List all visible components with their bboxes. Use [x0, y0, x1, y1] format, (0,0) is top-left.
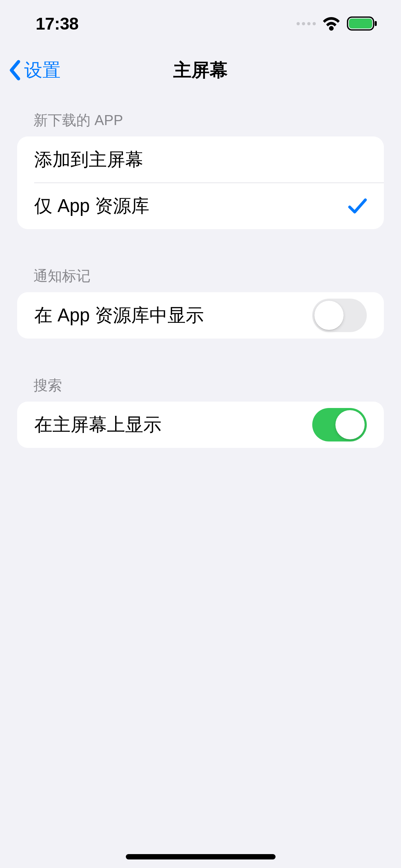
chevron-left-icon [9, 60, 21, 81]
wifi-icon [322, 17, 340, 31]
row-label: 在 App 资源库中显示 [34, 303, 204, 328]
section-header-badges: 通知标记 [0, 266, 401, 292]
checkmark-icon [348, 198, 367, 215]
option-label: 添加到主屏幕 [34, 148, 143, 172]
home-indicator[interactable] [126, 854, 276, 859]
back-label: 设置 [24, 58, 61, 83]
option-add-to-home[interactable]: 添加到主屏幕 [17, 136, 384, 183]
toggle-knob [314, 301, 344, 330]
battery-icon [347, 16, 377, 31]
row-show-on-home: 在主屏幕上显示 [17, 402, 384, 448]
option-app-library-only[interactable]: 仅 App 资源库 [34, 183, 384, 229]
group-search: 在主屏幕上显示 [17, 402, 384, 448]
status-time: 17:38 [36, 14, 78, 33]
section-header-search: 搜索 [0, 376, 401, 402]
content: 新下载的 APP 添加到主屏幕 仅 App 资源库 通知标记 在 App 资源库… [0, 93, 401, 448]
group-badges: 在 App 资源库中显示 [17, 292, 384, 339]
toggle-show-on-home[interactable] [312, 408, 367, 441]
back-button[interactable]: 设置 [9, 58, 61, 83]
status-indicators [297, 16, 377, 31]
svg-rect-2 [375, 21, 377, 26]
status-bar: 17:38 [0, 0, 401, 47]
svg-rect-1 [349, 19, 372, 29]
toggle-knob [335, 410, 365, 439]
option-label: 仅 App 资源库 [34, 194, 149, 218]
row-label: 在主屏幕上显示 [34, 413, 161, 437]
section-header-new-apps: 新下载的 APP [0, 110, 401, 136]
page-title: 主屏幕 [173, 58, 228, 83]
row-show-in-app-library: 在 App 资源库中显示 [17, 292, 384, 339]
cellular-icon [297, 22, 316, 25]
toggle-show-in-app-library[interactable] [312, 299, 367, 332]
group-new-apps: 添加到主屏幕 仅 App 资源库 [17, 136, 384, 229]
nav-bar: 设置 主屏幕 [0, 47, 401, 93]
